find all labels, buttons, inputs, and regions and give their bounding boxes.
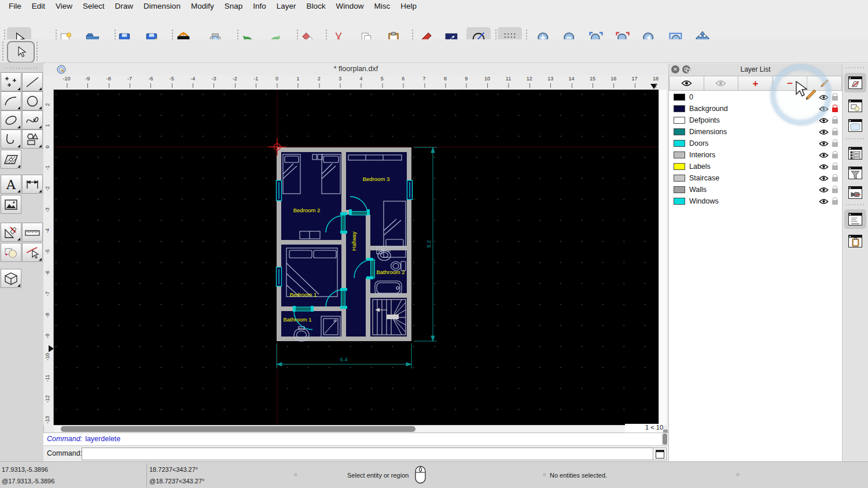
- menu-item[interactable]: View: [50, 0, 78, 13]
- menu-item[interactable]: Modify: [186, 0, 219, 13]
- layer-name: 0: [689, 93, 693, 101]
- clipboard-panel-icon: [848, 235, 862, 247]
- menu-item[interactable]: Block: [301, 0, 331, 13]
- layer-row[interactable]: Defpoints: [669, 114, 842, 126]
- layer-lock-icon[interactable]: [832, 200, 838, 205]
- draw-tools[interactable]: [1, 223, 21, 242]
- add-layer-button[interactable]: +: [738, 76, 773, 91]
- dock-clipboard-button[interactable]: [844, 231, 866, 251]
- layer-visibility-icon[interactable]: [819, 152, 829, 158]
- hide-all-layers-button[interactable]: [704, 76, 739, 91]
- canvas-hscrollbar[interactable]: [54, 425, 659, 432]
- canvas-vscrollbar[interactable]: [659, 90, 667, 425]
- dock-layer-list-button[interactable]: [844, 73, 866, 93]
- dock-library-browser-button[interactable]: [844, 116, 866, 135]
- pick-entity-tool[interactable]: [22, 243, 43, 262]
- command-detach-button[interactable]: [653, 448, 667, 460]
- hscrollbar-thumb[interactable]: [61, 426, 415, 432]
- arc-tool[interactable]: [1, 91, 21, 110]
- modify-tool[interactable]: [1, 243, 21, 262]
- circle-tool[interactable]: [22, 91, 43, 110]
- image-tool[interactable]: [1, 195, 21, 214]
- block-list-panel-icon: [848, 99, 862, 112]
- menu-item[interactable]: Edit: [27, 0, 50, 13]
- dock-command-line-button[interactable]: [844, 209, 866, 229]
- arc-icon: [3, 94, 19, 108]
- minus-icon: −: [787, 79, 793, 88]
- polyline-tool[interactable]: [1, 130, 21, 149]
- label-bathroom1: Bathroom 1: [283, 316, 311, 323]
- menu-item[interactable]: Help: [395, 0, 422, 13]
- history-scrollbar-thumb[interactable]: [663, 434, 667, 445]
- text-tool[interactable]: A: [1, 175, 21, 194]
- layer-row[interactable]: Staircase: [669, 172, 842, 184]
- ellipse-tool[interactable]: [1, 110, 21, 130]
- dock-property-editor-button[interactable]: [844, 143, 866, 163]
- hatch-tool[interactable]: [1, 150, 21, 169]
- layer-lock-icon[interactable]: [832, 131, 838, 135]
- history-scrollbar[interactable]: [661, 433, 668, 446]
- layer-visibility-icon[interactable]: [819, 106, 829, 112]
- layer-visibility-icon[interactable]: [819, 141, 829, 147]
- layer-lock-icon[interactable]: [832, 96, 838, 101]
- layer-visibility-icon[interactable]: [819, 187, 829, 193]
- layer-lock-icon[interactable]: [832, 165, 838, 170]
- show-all-layers-button[interactable]: [669, 76, 704, 91]
- dock-flashlight-button[interactable]: [844, 183, 866, 202]
- command-input[interactable]: [82, 448, 654, 460]
- menu-item[interactable]: Draw: [110, 0, 139, 13]
- menu-item[interactable]: Info: [248, 0, 271, 13]
- palette-handle[interactable]: [3, 67, 39, 69]
- line-tool[interactable]: [22, 72, 43, 91]
- layer-row[interactable]: Dimensions: [669, 126, 842, 138]
- layer-lock-icon[interactable]: [832, 154, 838, 158]
- layer-lock-icon[interactable]: [832, 188, 838, 193]
- menu-item[interactable]: Snap: [219, 0, 248, 13]
- toolbar-handle[interactable]: [36, 41, 38, 61]
- layer-lock-icon[interactable]: [832, 142, 838, 147]
- document-titlebar[interactable]: * floorplan.dxf: [43, 64, 668, 75]
- layer-visibility-icon[interactable]: [819, 94, 829, 101]
- label-bedroom3: Bedroom 3: [363, 176, 389, 182]
- menu-item[interactable]: Select: [78, 0, 110, 13]
- statusbar-divider: [146, 463, 147, 487]
- layer-row[interactable]: Doors: [669, 138, 842, 149]
- layer-visibility-icon[interactable]: [819, 117, 829, 124]
- layer-row[interactable]: Background: [669, 103, 842, 114]
- dock-selection-filter-button[interactable]: [844, 163, 866, 183]
- hruler-number: 11: [506, 76, 511, 83]
- hruler-number: 15: [590, 76, 595, 83]
- layer-lock-icon[interactable]: [832, 119, 838, 124]
- layer-row[interactable]: Walls: [669, 184, 842, 195]
- layer-row[interactable]: Interiors: [669, 149, 842, 161]
- dimension-tool[interactable]: [22, 175, 43, 194]
- command-history[interactable]: Command:layerdelete: [43, 432, 668, 445]
- menu-item[interactable]: Dimension: [138, 0, 186, 13]
- layer-lock-icon[interactable]: [832, 177, 838, 182]
- layer-row[interactable]: Windows: [669, 195, 842, 207]
- drawing-canvas[interactable]: Bedroom 3 Bedroom 2 Hallway Bathroom 2 B…: [54, 90, 659, 425]
- selection-tool-button[interactable]: [7, 41, 35, 63]
- layer-name: Defpoints: [689, 116, 720, 124]
- solid-3d-tool[interactable]: [1, 269, 21, 288]
- menu-item[interactable]: Window: [331, 0, 369, 13]
- layer-visibility-icon[interactable]: [819, 198, 829, 205]
- layer-color-swatch: [674, 175, 685, 182]
- layer-lock-icon[interactable]: [832, 108, 838, 112]
- layer-visibility-icon[interactable]: [819, 164, 829, 170]
- polyline-icon: [3, 132, 19, 146]
- dock-handle[interactable]: [845, 66, 866, 69]
- layer-list-panel-icon: [848, 76, 862, 89]
- menu-item[interactable]: File: [3, 0, 27, 13]
- toolbar-handle[interactable]: [2, 41, 4, 61]
- layer-visibility-icon[interactable]: [819, 175, 829, 182]
- dock-block-list-button[interactable]: [844, 96, 866, 116]
- shapes-tool[interactable]: [22, 130, 43, 149]
- spline-tool[interactable]: [22, 110, 43, 130]
- points-tool[interactable]: [1, 72, 21, 91]
- menu-item[interactable]: Layer: [271, 0, 301, 13]
- layer-row[interactable]: Labels: [669, 161, 842, 172]
- measure-tool[interactable]: [22, 223, 43, 242]
- menu-item[interactable]: Misc: [369, 0, 396, 13]
- layer-visibility-icon[interactable]: [819, 129, 829, 135]
